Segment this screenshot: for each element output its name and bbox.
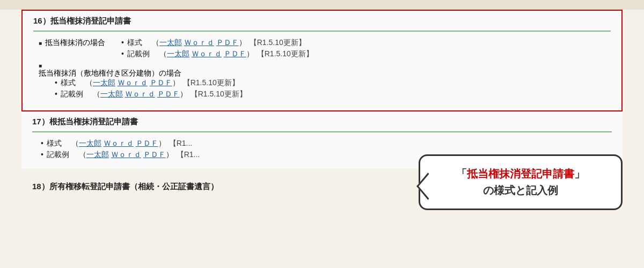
g2-s2-update: 【R1.5.10更新】 [191, 90, 247, 99]
section-17-title: 17）根抵当権抹消登記申請書 [32, 117, 612, 127]
g2-s2-pdf-link[interactable]: ＰＤＦ [157, 90, 180, 99]
tooltip-suffix: 」 [574, 168, 585, 180]
group2-label: 抵当権抹消（敷地権付き区分建物）の場合 [39, 69, 181, 78]
g1-s2-ichitaro-link[interactable]: 一太郎 [167, 49, 189, 59]
g1-s1-update: 【R1.5.10更新】 [250, 38, 306, 48]
main-content: 16）抵当権抹消登記申請書 抵当権抹消の場合 様式 （一太郎 Ｗｏｒｄ ＰＤＦ）… [0, 10, 644, 268]
group1-sub2: 記載例 （一太郎 Ｗｏｒｄ ＰＤＦ） 【R1.5.10更新】 [121, 49, 313, 59]
section-17-divider [32, 131, 612, 132]
s17-s1-word-link[interactable]: Ｗｏｒｄ [104, 139, 134, 148]
group1-subitems: 様式 （一太郎 Ｗｏｒｄ ＰＤＦ） 【R1.5.10更新】 記載例 （一太郎 Ｗ… [111, 38, 313, 61]
group2-sub1: 様式 （一太郎 Ｗｏｒｄ ＰＤＦ） 【R1.5.10更新】 [55, 78, 247, 88]
section-16-divider [33, 31, 611, 32]
group2-sub2: 記載例 （一太郎 Ｗｏｒｄ ＰＤＦ） 【R1.5.10更新】 [55, 90, 247, 99]
s17-s1-update: 【R1... [169, 139, 193, 148]
group1-sub1: 様式 （一太郎 Ｗｏｒｄ ＰＤＦ） 【R1.5.10更新】 [121, 38, 313, 48]
tooltip-line1: 「抵当権抹消登記申請書」 [433, 167, 608, 181]
tooltip-bubble: 「抵当権抹消登記申請書」 の様式と記入例 [419, 154, 623, 210]
s17-s2-ichitaro-link[interactable]: 一太郎 [86, 150, 109, 160]
g1-s2-word-link[interactable]: Ｗｏｒｄ [192, 49, 222, 59]
section-16-box: 16）抵当権抹消登記申請書 抵当権抹消の場合 様式 （一太郎 Ｗｏｒｄ ＰＤＦ）… [21, 10, 623, 111]
group1-item: 抵当権抹消の場合 様式 （一太郎 Ｗｏｒｄ ＰＤＦ） 【R1.5.10更新】 記… [39, 38, 611, 61]
g1-s1-ichitaro-link[interactable]: 一太郎 [159, 38, 182, 48]
s17-sub1: 様式 （一太郎 Ｗｏｒｄ ＰＤＦ） 【R1... [41, 139, 612, 148]
s17-s1-pdf-link[interactable]: ＰＤＦ [136, 139, 158, 148]
g1-s2-update: 【R1.5.10更新】 [257, 49, 313, 59]
s17-s2-pdf-link[interactable]: ＰＤＦ [143, 150, 166, 160]
group1-label: 抵当権抹消の場合 [45, 38, 105, 48]
g2-s1-ichitaro-link[interactable]: 一太郎 [93, 78, 115, 88]
s17-s2-update: 【R1... [177, 150, 200, 160]
tooltip-prefix: 「 [456, 168, 467, 180]
tooltip-highlight: 抵当権抹消登記申請書 [467, 168, 574, 180]
s17-s1-ichitaro-link[interactable]: 一太郎 [79, 139, 101, 148]
g1-s1-pdf-link[interactable]: ＰＤＦ [216, 38, 239, 48]
tooltip-line2: の様式と記入例 [433, 183, 608, 198]
g1-s1-word-link[interactable]: Ｗｏｒｄ [184, 38, 214, 48]
section-16-groups: 抵当権抹消の場合 様式 （一太郎 Ｗｏｒｄ ＰＤＦ） 【R1.5.10更新】 記… [33, 38, 611, 101]
section-16-title: 16）抵当権抹消登記申請書 [33, 16, 611, 26]
g2-s2-word-link[interactable]: Ｗｏｒｄ [125, 90, 155, 99]
group2-subitems: 様式 （一太郎 Ｗｏｒｄ ＰＤＦ） 【R1.5.10更新】 記載例 （一太郎 Ｗ… [44, 78, 247, 101]
s17-s2-word-link[interactable]: Ｗｏｒｄ [111, 150, 141, 160]
g1-s2-pdf-link[interactable]: ＰＤＦ [224, 49, 246, 59]
g2-s1-word-link[interactable]: Ｗｏｒｄ [118, 78, 148, 88]
g2-s1-update: 【R1.5.10更新】 [183, 78, 239, 88]
g2-s2-ichitaro-link[interactable]: 一太郎 [100, 90, 123, 99]
g2-s1-pdf-link[interactable]: ＰＤＦ [150, 78, 172, 88]
group2-item: 抵当権抹消（敷地権付き区分建物）の場合 様式 （一太郎 Ｗｏｒｄ ＰＤＦ） 【R… [39, 63, 611, 101]
